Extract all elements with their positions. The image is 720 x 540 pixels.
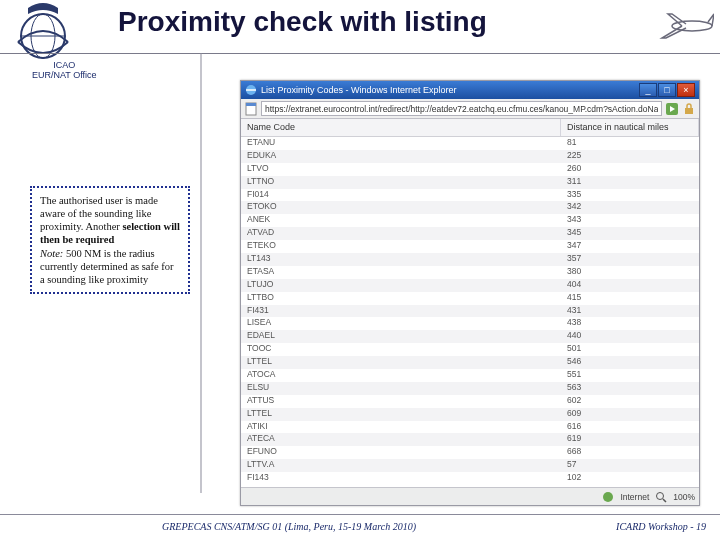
table-row[interactable]: LTTNO311 xyxy=(241,176,699,189)
table-row[interactable]: ATVAD345 xyxy=(241,227,699,240)
table-row[interactable]: ANEK343 xyxy=(241,214,699,227)
cell-code: ETANU xyxy=(241,137,561,150)
close-button[interactable]: × xyxy=(677,83,695,97)
slide-title: Proximity check with listing xyxy=(118,6,487,38)
cell-code: TOOC xyxy=(241,343,561,356)
table-row[interactable]: LISEA438 xyxy=(241,317,699,330)
cell-dist: 335 xyxy=(561,189,699,202)
table-row[interactable]: EDUKA225 xyxy=(241,150,699,163)
cell-code: ATVAD xyxy=(241,227,561,240)
table-row[interactable]: LTVO260 xyxy=(241,163,699,176)
cell-code: LTTNO xyxy=(241,176,561,189)
cell-code: LTTEL xyxy=(241,408,561,421)
cell-dist: 311 xyxy=(561,176,699,189)
table-row[interactable]: ETEKO347 xyxy=(241,240,699,253)
go-button[interactable] xyxy=(665,102,679,116)
cell-dist: 102 xyxy=(561,472,699,485)
table-row[interactable]: ATOCA551 xyxy=(241,369,699,382)
svg-rect-6 xyxy=(246,103,256,106)
cell-code: EDAEL xyxy=(241,330,561,343)
table-row[interactable]: ETOKO342 xyxy=(241,201,699,214)
table-row[interactable]: ATTUS602 xyxy=(241,395,699,408)
cell-dist: 343 xyxy=(561,214,699,227)
internet-zone-icon xyxy=(602,491,614,503)
cell-dist: 440 xyxy=(561,330,699,343)
callout-note-label: Note: xyxy=(40,248,63,259)
cell-code: ETOKO xyxy=(241,201,561,214)
table-row[interactable]: FI431431 xyxy=(241,305,699,318)
cell-dist: 415 xyxy=(561,292,699,305)
minimize-button[interactable]: _ xyxy=(639,83,657,97)
cell-code: ELSU xyxy=(241,382,561,395)
cell-dist: 380 xyxy=(561,266,699,279)
status-zoom: 100% xyxy=(673,492,695,502)
table-row[interactable]: EFUNO668 xyxy=(241,446,699,459)
cell-dist: 347 xyxy=(561,240,699,253)
table-row[interactable]: ELSU563 xyxy=(241,382,699,395)
cell-code: LTTEL xyxy=(241,356,561,369)
table-row[interactable]: LT143357 xyxy=(241,253,699,266)
table-row[interactable]: ATECA619 xyxy=(241,433,699,446)
zoom-icon[interactable] xyxy=(655,491,667,503)
ie-icon xyxy=(245,84,257,96)
cell-dist: 501 xyxy=(561,343,699,356)
table-row[interactable]: LTTBO415 xyxy=(241,292,699,305)
org-line1: ICAO xyxy=(32,60,97,70)
table-body: ETANU81EDUKA225LTVO260LTTNO311FI014335ET… xyxy=(241,137,699,485)
table-row[interactable]: LTTEL546 xyxy=(241,356,699,369)
browser-title-text: List Proximity Codes - Windows Internet … xyxy=(261,85,635,95)
callout-box: The authorised user is made aware of the… xyxy=(30,186,190,294)
cell-code: ATECA xyxy=(241,433,561,446)
table-header: Name Code Distance in nautical miles xyxy=(241,119,699,137)
address-bar xyxy=(241,99,699,119)
cell-code: LTTBO xyxy=(241,292,561,305)
cell-dist: 345 xyxy=(561,227,699,240)
status-internet: Internet xyxy=(620,492,649,502)
cell-dist: 563 xyxy=(561,382,699,395)
col-header-code: Name Code xyxy=(241,119,561,136)
lock-icon xyxy=(682,102,696,116)
table-row[interactable]: FI014335 xyxy=(241,189,699,202)
cell-code: EDUKA xyxy=(241,150,561,163)
cell-code: ANEK xyxy=(241,214,561,227)
maximize-button[interactable]: □ xyxy=(658,83,676,97)
table-row[interactable]: LTTEL609 xyxy=(241,408,699,421)
table-row[interactable]: ETANU81 xyxy=(241,137,699,150)
cell-code: FI431 xyxy=(241,305,561,318)
cell-dist: 619 xyxy=(561,433,699,446)
page-icon xyxy=(244,102,258,116)
table-row[interactable]: LTTV.A57 xyxy=(241,459,699,472)
footer-rule xyxy=(0,514,720,515)
cell-dist: 357 xyxy=(561,253,699,266)
svg-rect-8 xyxy=(685,108,693,114)
header-rule xyxy=(0,53,720,54)
table-row[interactable]: TOOC501 xyxy=(241,343,699,356)
cell-code: LTTV.A xyxy=(241,459,561,472)
cell-code: LISEA xyxy=(241,317,561,330)
cell-dist: 546 xyxy=(561,356,699,369)
cell-code: LTUJO xyxy=(241,279,561,292)
status-bar: Internet 100% xyxy=(241,487,699,505)
vertical-rule xyxy=(200,53,202,493)
cell-dist: 57 xyxy=(561,459,699,472)
cell-dist: 260 xyxy=(561,163,699,176)
cell-dist: 404 xyxy=(561,279,699,292)
cell-dist: 225 xyxy=(561,150,699,163)
table-row[interactable]: LTUJO404 xyxy=(241,279,699,292)
footer-right: ICARD Workshop - 19 xyxy=(616,521,706,532)
cell-code: LTVO xyxy=(241,163,561,176)
table-row[interactable]: EDAEL440 xyxy=(241,330,699,343)
cell-dist: 668 xyxy=(561,446,699,459)
svg-line-11 xyxy=(663,499,666,502)
cell-code: ETASA xyxy=(241,266,561,279)
url-input[interactable] xyxy=(261,101,662,116)
table-row[interactable]: ETASA380 xyxy=(241,266,699,279)
cell-dist: 431 xyxy=(561,305,699,318)
cell-code: LT143 xyxy=(241,253,561,266)
col-header-dist: Distance in nautical miles xyxy=(561,119,699,136)
cell-dist: 616 xyxy=(561,421,699,434)
footer-left: GREPECAS CNS/ATM/SG 01 (Lima, Peru, 15-1… xyxy=(162,521,416,532)
table-row[interactable]: FI143102 xyxy=(241,472,699,485)
table-row[interactable]: ATIKI616 xyxy=(241,421,699,434)
browser-titlebar: List Proximity Codes - Windows Internet … xyxy=(241,81,699,99)
